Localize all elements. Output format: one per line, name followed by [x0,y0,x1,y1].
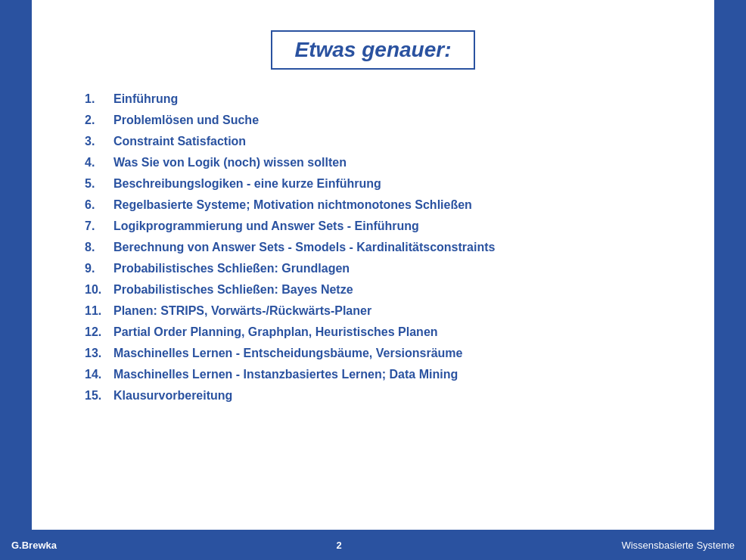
list-item-text: Maschinelles Lernen - Entscheidungsbäume… [113,347,462,360]
footer-page-number: 2 [337,540,342,551]
list-item: 2.Problemlösen und Suche [85,114,684,127]
list-item-text: Planen: STRIPS, Vorwärts-/Rückwärts-Plan… [113,304,371,318]
list-item: 1.Einführung [85,92,684,106]
right-sidebar [714,0,746,530]
list-item-text: Probabilistisches Schließen: Grundlagen [113,262,350,275]
list-container: 1.Einführung2.Problemlösen und Suche3.Co… [62,92,684,410]
list-item-number: 7. [85,219,113,233]
list-item-number: 9. [85,262,113,275]
list-item-number: 5. [85,177,113,191]
list-item-number: 11. [85,304,113,318]
list-item-number: 12. [85,325,113,339]
list-item: 11.Planen: STRIPS, Vorwärts-/Rückwärts-P… [85,304,684,318]
list-item: 6.Regelbasierte Systeme; Motivation nich… [85,198,684,212]
list-item-text: Problemlösen und Suche [113,114,259,127]
list-item: 12.Partial Order Planning, Graphplan, He… [85,325,684,339]
list-item-text: Was Sie von Logik (noch) wissen sollten [113,156,347,170]
list-item-number: 15. [85,389,113,403]
title-box: Etwas genauer: [271,30,476,70]
list-item: 7.Logikprogrammierung und Answer Sets - … [85,219,684,233]
list-item: 8.Berechnung von Answer Sets - Smodels -… [85,241,684,254]
list-item-text: Maschinelles Lernen - Instanzbasiertes L… [113,368,458,381]
list-item-number: 14. [85,368,113,381]
list-item: 9.Probabilistisches Schließen: Grundlage… [85,262,684,275]
footer-course-name: Wissensbasierte Systeme [621,540,735,551]
list-item-text: Einführung [113,92,178,106]
footer: G.Brewka 2 Wissensbasierte Systeme [0,530,746,560]
list-item: 3.Constraint Satisfaction [85,135,684,148]
left-sidebar [0,0,32,530]
list-item: 10.Probabilistisches Schließen: Bayes Ne… [85,283,684,297]
list-item-text: Beschreibungslogiken - eine kurze Einfüh… [113,177,381,191]
list-item-number: 3. [85,135,113,148]
list-item-number: 8. [85,241,113,254]
slide-container: Etwas genauer: 1.Einführung2.Problemlöse… [0,0,746,560]
list-item-text: Regelbasierte Systeme; Motivation nichtm… [113,198,472,212]
footer-author: G.Brewka [11,540,57,551]
list-item-text: Probabilistisches Schließen: Bayes Netze [113,283,353,297]
list-item-number: 4. [85,156,113,170]
list-item-number: 13. [85,347,113,360]
list-item: 14.Maschinelles Lernen - Instanzbasierte… [85,368,684,381]
list-item-text: Logikprogrammierung und Answer Sets - Ei… [113,219,419,233]
slide-title: Etwas genauer: [295,38,452,61]
main-content: Etwas genauer: 1.Einführung2.Problemlöse… [32,0,714,530]
list-item-number: 2. [85,114,113,127]
list-item-number: 10. [85,283,113,297]
list-item: 4.Was Sie von Logik (noch) wissen sollte… [85,156,684,170]
list-item-text: Constraint Satisfaction [113,135,246,148]
list-item: 5.Beschreibungslogiken - eine kurze Einf… [85,177,684,191]
list-item-number: 6. [85,198,113,212]
list-item-text: Partial Order Planning, Graphplan, Heuri… [113,325,438,339]
list-item: 13.Maschinelles Lernen - Entscheidungsbä… [85,347,684,360]
list-item: 15.Klausurvorbereitung [85,389,684,403]
list-item-text: Berechnung von Answer Sets - Smodels - K… [113,241,495,254]
list-item-number: 1. [85,92,113,106]
list-item-text: Klausurvorbereitung [113,389,232,403]
